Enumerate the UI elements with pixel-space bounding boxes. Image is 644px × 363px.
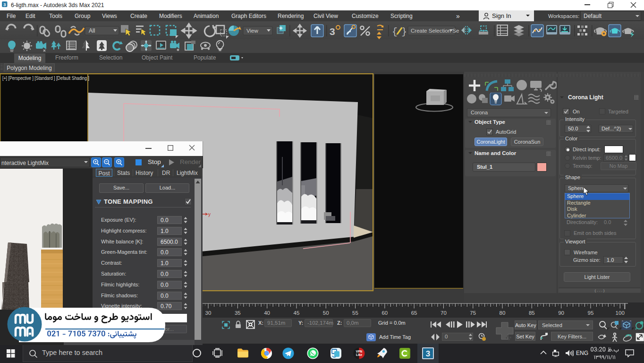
- svg-text:35: 35: [235, 310, 241, 316]
- svg-text:40: 40: [264, 310, 270, 316]
- svg-text:Like: Like: [356, 353, 362, 356]
- svg-text:45: 45: [294, 310, 300, 316]
- svg-text:3: 3: [330, 26, 335, 37]
- svg-text:All: All: [89, 27, 95, 34]
- svg-text:3: 3: [3, 2, 6, 7]
- svg-text:3: 3: [426, 349, 430, 358]
- svg-text:90: 90: [558, 310, 564, 316]
- svg-text:80: 80: [500, 310, 506, 316]
- svg-text:50: 50: [323, 310, 329, 316]
- svg-text:65: 65: [411, 310, 417, 316]
- svg-text:VPN: VPN: [356, 350, 363, 353]
- svg-text:View: View: [246, 28, 258, 34]
- svg-text:85: 85: [529, 310, 535, 316]
- svg-text:55: 55: [352, 310, 358, 316]
- svg-text:75: 75: [470, 310, 476, 316]
- svg-text:95: 95: [588, 310, 594, 316]
- svg-text:[+] [Perspective ] [Standard ]: [+] [Perspective ] [Standard ] [Default …: [2, 75, 89, 81]
- svg-text:70: 70: [441, 310, 447, 316]
- svg-text:y: y: [208, 212, 211, 217]
- svg-text:60: 60: [381, 310, 388, 316]
- svg-text:{: {: [392, 26, 398, 37]
- svg-text:100: 100: [616, 310, 625, 316]
- svg-text:Create Selection Se: Create Selection Se: [411, 28, 459, 34]
